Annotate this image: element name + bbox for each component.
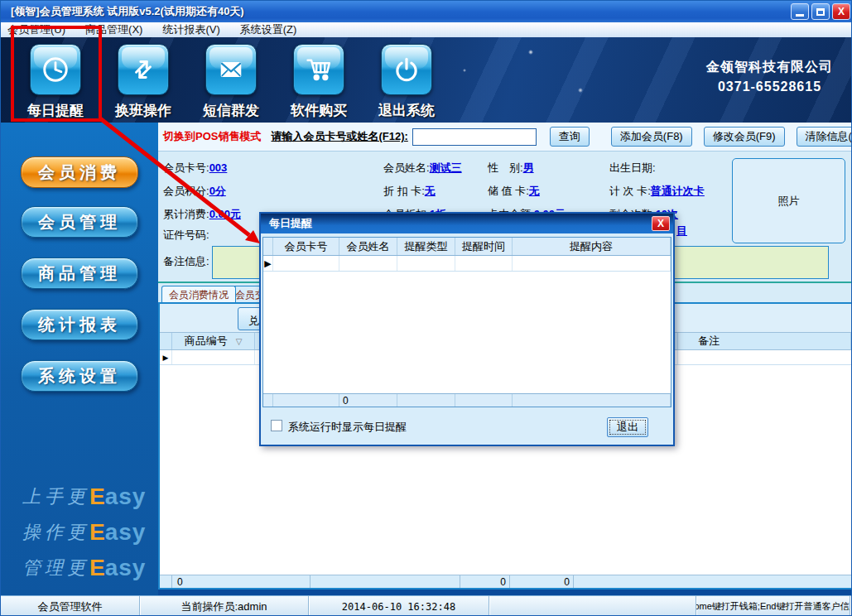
grid-cell — [273, 256, 339, 271]
field-value-link[interactable]: 003 — [209, 161, 228, 174]
dialog-bottom-bar: 系统运行时显示每日提醒 退出 — [261, 407, 673, 445]
status-bar: 会员管理软件 当前操作员:admin 2014-06-10 16:32:48 H… — [1, 595, 852, 616]
sort-icon[interactable]: ▽ — [236, 337, 243, 346]
row-selector-icon: ▶ — [160, 350, 172, 364]
slogan-cn: 操作更 — [22, 522, 89, 542]
slogan-line-3: 管理更Easy — [22, 555, 146, 581]
show-reminder-checkbox[interactable] — [271, 420, 282, 431]
field-label: 出生日期: — [609, 161, 656, 174]
modify-member-button[interactable]: 修改会员(F9) — [704, 127, 785, 147]
summary-count: 0 — [172, 575, 310, 588]
sidebar-item-goods-management[interactable]: 商品管理 — [21, 257, 138, 289]
summary-total: 0 — [460, 575, 510, 588]
member-discount-card: 折 扣 卡:无 — [383, 183, 436, 199]
col-reminder-type[interactable]: 提醒类型 — [397, 238, 455, 255]
query-button[interactable]: 查询 — [550, 127, 590, 147]
company-name: 金领智科技有限公司 — [706, 59, 833, 76]
member-card-no: 会员卡号:003 — [163, 160, 227, 176]
close-button[interactable]: X — [832, 3, 850, 20]
daily-reminder-label: 每日提醒 — [27, 101, 84, 120]
grid-cell — [513, 256, 671, 271]
header-product-label: 商品编号 — [185, 334, 228, 349]
shift-change-button[interactable]: 换班操作 — [110, 44, 176, 120]
field-value-link[interactable]: 测试三 — [430, 161, 462, 174]
clear-info-button[interactable]: 清除信息(F10) — [797, 127, 852, 147]
grid-cell — [397, 256, 455, 271]
switch-pos-mode-link[interactable]: 切换到POS销售模式 — [163, 129, 261, 144]
photo-placeholder: 照片 — [732, 158, 845, 243]
menu-statistics-reports[interactable]: 统计报表(V) — [162, 22, 219, 37]
header-selector-cell — [160, 333, 172, 349]
sidebar-item-member-consume[interactable]: 会员消费 — [21, 156, 138, 188]
dialog-title-bar[interactable]: 每日提醒 X — [261, 214, 673, 233]
reminder-grid: 会员卡号 会员姓名 提醒类型 提醒时间 提醒内容 ▶ 0 — [262, 237, 671, 407]
slogan-rest: asy — [105, 555, 147, 580]
field-value-link[interactable]: 0.00元 — [209, 208, 241, 220]
reminder-grid-row[interactable]: ▶ — [263, 256, 671, 272]
slogan-e: E — [89, 484, 105, 509]
summary-cell — [160, 575, 172, 588]
sidebar-item-system-settings[interactable]: 系统设置 — [21, 360, 138, 392]
field-label: 会员积分: — [163, 185, 209, 197]
sidebar: 会员消费 会员管理 商品管理 统计报表 系统设置 上手更Easy 操作更Easy… — [1, 123, 158, 595]
col-member-card-no[interactable]: 会员卡号 — [273, 238, 339, 255]
daily-reminder-dialog: 每日提醒 X 会员卡号 会员姓名 提醒类型 提醒时间 提醒内容 ▶ — [259, 212, 675, 446]
dialog-exit-button[interactable]: 退出 — [607, 417, 648, 437]
sms-bulk-button[interactable]: 短信群发 — [198, 44, 264, 120]
clock-icon — [30, 44, 81, 95]
menu-bar: 会员管理(U) 商品管理(X) 统计报表(V) 系统设置(Z) — [1, 22, 852, 37]
grid-selector-cell — [263, 238, 273, 255]
cart-icon — [293, 44, 344, 95]
field-value-link[interactable]: 0分 — [209, 185, 226, 197]
company-info: 金领智科技有限公司 0371-65528615 — [706, 59, 833, 94]
summary-count: 0 — [339, 394, 397, 407]
tab-member-consume-detail[interactable]: 会员消费情况 — [161, 286, 236, 302]
minimize-button[interactable] — [791, 3, 809, 20]
maximize-button[interactable] — [811, 3, 830, 20]
dialog-title: 每日提醒 — [269, 216, 312, 231]
header-remark[interactable]: 备注 — [678, 333, 851, 349]
field-label: 证件号码: — [163, 229, 209, 241]
member-count-card: 计 次 卡:普通计次卡 — [609, 183, 705, 199]
header-product-code[interactable]: 商品编号▽ — [172, 333, 255, 349]
menu-goods-management[interactable]: 商品管理(X) — [85, 22, 142, 37]
status-hotkey-hint: Home键打开钱箱;End键打开普通客户信息 — [696, 596, 850, 616]
menu-member-management[interactable]: 会员管理(U) — [7, 22, 65, 37]
exit-system-button[interactable]: 退出系统 — [373, 44, 440, 120]
field-value-link[interactable]: 普通计次卡 — [651, 185, 705, 197]
col-reminder-time[interactable]: 提醒时间 — [455, 238, 513, 255]
field-value-link[interactable]: 男 — [523, 161, 534, 174]
software-purchase-button[interactable]: 软件购买 — [286, 44, 352, 120]
slogan-e: E — [89, 555, 105, 580]
minimize-icon — [796, 14, 804, 17]
field-value-link[interactable]: 无 — [529, 185, 540, 197]
col-reminder-content[interactable]: 提醒内容 — [513, 238, 671, 255]
status-app-name: 会员管理软件 — [1, 596, 140, 616]
search-row: 切换到POS销售模式 请输入会员卡号或姓名(F12): 查询 添加会员(F8) … — [158, 123, 852, 152]
field-label: 储 值 卡: — [488, 185, 529, 197]
exit-system-label: 退出系统 — [378, 101, 435, 120]
reminder-grid-summary: 0 — [263, 393, 671, 407]
summary-cell — [310, 575, 460, 588]
field-label: 会员卡号: — [163, 161, 209, 174]
member-search-input[interactable] — [412, 128, 537, 146]
col-member-name[interactable]: 会员姓名 — [339, 238, 397, 255]
software-purchase-label: 软件购买 — [291, 101, 347, 120]
maximize-icon — [816, 8, 825, 16]
menu-system-settings[interactable]: 系统设置(Z) — [240, 22, 297, 37]
photo-label: 照片 — [778, 194, 800, 209]
field-value-link[interactable]: 无 — [425, 185, 436, 197]
slogan-cn: 管理更 — [22, 557, 89, 578]
member-remark-label: 备注信息: — [163, 253, 209, 269]
member-stored-value-card: 储 值 卡:无 — [488, 183, 540, 199]
slogan-rest: asy — [105, 519, 147, 545]
grid-cell — [339, 256, 397, 271]
power-icon — [381, 44, 432, 95]
daily-reminder-button[interactable]: 每日提醒 — [22, 44, 89, 120]
partial-link-fragment[interactable]: 目 — [676, 223, 687, 238]
sidebar-item-statistics-reports[interactable]: 统计报表 — [21, 309, 138, 340]
add-member-button[interactable]: 添加会员(F8) — [611, 127, 692, 147]
field-label: 会员姓名: — [383, 161, 430, 174]
dialog-close-button[interactable]: X — [652, 216, 670, 231]
sidebar-item-member-management[interactable]: 会员管理 — [21, 206, 138, 238]
